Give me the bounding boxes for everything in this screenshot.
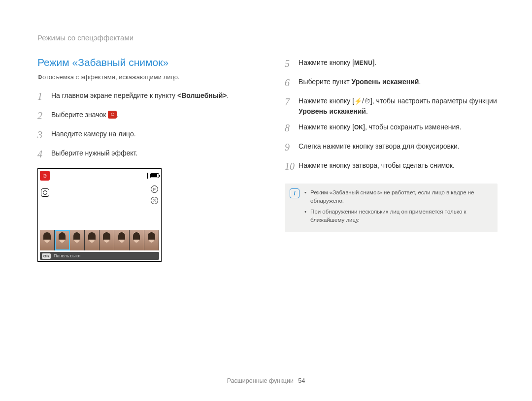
timer-key-icon: [364, 97, 370, 105]
effect-thumb: [85, 230, 100, 250]
effect-thumb: [130, 230, 144, 250]
flash-key-icon: [354, 97, 362, 105]
step-3: 3 Наведите камеру на лицо.: [37, 128, 245, 142]
step-number: 3: [37, 128, 51, 142]
page-number: 54: [298, 377, 305, 384]
step-number: 7: [285, 95, 299, 109]
ok-badge: OK: [42, 253, 51, 259]
right-column: 5 Нажмите кнопку [MENU]. 6 Выберите пунк…: [285, 57, 498, 262]
note-item: При обнаружении нескольких лиц он примен…: [304, 208, 491, 225]
effect-thumb: [100, 230, 114, 250]
step-7: 7 Нажмите кнопку [/], чтобы настроить па…: [285, 95, 498, 116]
face-detect-icon: [41, 188, 49, 197]
camera-preview: F ⏲ OK Панель выкл.: [37, 168, 162, 262]
step-number: 1: [37, 90, 51, 104]
step-number: 6: [285, 76, 299, 90]
effect-thumb: [40, 230, 55, 250]
step-1: 1 На главном экране перейдите к пункту <…: [37, 90, 245, 104]
step-number: 10: [285, 159, 299, 174]
step-number: 8: [285, 121, 299, 135]
ok-key-icon: OK: [354, 124, 363, 131]
page-footer: Расширенные функции 54: [0, 377, 532, 384]
page-title: Режим «Забавный снимок»: [37, 57, 245, 68]
step-text: Нажмите кнопку [: [299, 59, 354, 66]
step-text: На главном экране перейдите к пункту: [51, 92, 177, 99]
step-text: Нажмите кнопку [: [299, 97, 354, 105]
footer-section: Расширенные функции: [227, 377, 294, 384]
step-text: Выберите нужный эффект.: [51, 147, 137, 158]
step-mid: ], чтобы настроить параметры функции: [370, 97, 497, 105]
info-icon: i: [290, 188, 299, 198]
step-8: 8 Нажмите кнопку [OK], чтобы сохранить и…: [285, 121, 498, 135]
face-effect-icon: [108, 111, 117, 119]
step-post: .: [117, 111, 119, 119]
subtitle: Фотосъемка с эффектами, искажающими лицо…: [37, 73, 245, 81]
step-number: 2: [37, 109, 51, 123]
step-text: Выберите значок: [51, 111, 108, 119]
note-item: Режим «Забавный снимок» не работает, есл…: [304, 188, 491, 206]
step-mid: ], чтобы сохранить изменения.: [363, 123, 462, 131]
step-post: .: [366, 107, 368, 115]
note-box: i Режим «Забавный снимок» не работает, е…: [285, 184, 498, 232]
step-bold: <Волшебный>: [177, 92, 227, 99]
effect-thumb-selected: [55, 230, 69, 250]
effect-strip: [40, 230, 159, 250]
left-column: Режим «Забавный снимок» Фотосъемка с эфф…: [37, 57, 245, 262]
step-2: 2 Выберите значок .: [37, 109, 245, 123]
step-4: 4 Выберите нужный эффект.: [37, 147, 245, 161]
effect-thumb: [70, 230, 85, 250]
step-number: 9: [285, 140, 299, 154]
effect-thumb: [114, 230, 129, 250]
signal-icon: [147, 173, 148, 179]
step-text: Слегка нажмите кнопку затвора для фокуси…: [299, 140, 460, 151]
step-10: 10 Нажмите кнопку затвора, чтобы сделать…: [285, 159, 498, 174]
step-5: 5 Нажмите кнопку [MENU].: [285, 57, 498, 71]
step-text: Выберите пункт: [299, 78, 351, 86]
battery-icon: [150, 173, 159, 178]
step-text: Нажмите кнопку затвора, чтобы сделать сн…: [299, 159, 455, 170]
step-post: .: [227, 92, 229, 99]
mode-icon: [40, 171, 50, 181]
step-number: 4: [37, 147, 51, 161]
step-9: 9 Слегка нажмите кнопку затвора для фоку…: [285, 140, 498, 154]
menu-key-icon: MENU: [354, 60, 372, 66]
step-text: Наведите камеру на лицо.: [51, 128, 136, 139]
timer-status-icon: ⏲: [151, 197, 158, 204]
step-post: ].: [372, 59, 376, 66]
step-6: 6 Выберите пункт Уровень искажений.: [285, 76, 498, 90]
flash-status-icon: F: [151, 185, 158, 193]
breadcrumb: Режимы со спецэффектами: [37, 33, 498, 42]
panel-off-label: Панель выкл.: [54, 253, 82, 258]
step-bold: Уровень искажений: [299, 107, 366, 115]
step-post: .: [419, 78, 421, 86]
step-bold: Уровень искажений: [352, 78, 419, 86]
step-text: Нажмите кнопку [: [299, 123, 354, 131]
effect-thumb: [144, 230, 159, 250]
step-number: 5: [285, 57, 299, 71]
